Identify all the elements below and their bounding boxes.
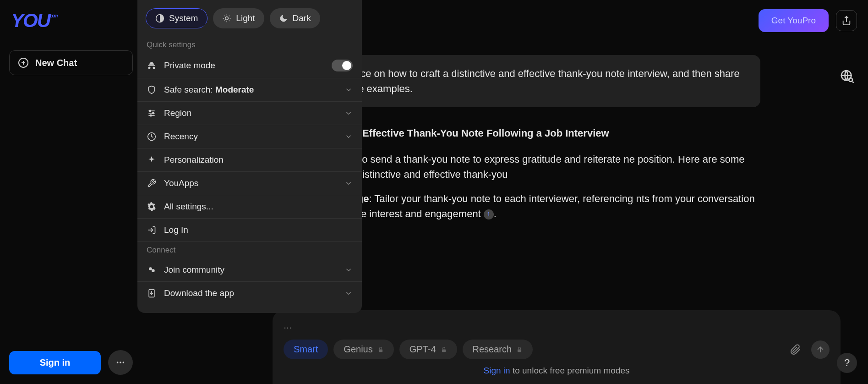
plus-circle-icon xyxy=(18,57,29,68)
send-button[interactable] xyxy=(811,340,830,359)
mode-gpt4-label: GPT-4 xyxy=(409,344,436,355)
more-horizontal-icon xyxy=(115,357,126,368)
personalization-item[interactable]: Personalization xyxy=(137,148,362,172)
list-item: e Your Message: Tailor your thank-you no… xyxy=(293,191,760,221)
svg-line-11 xyxy=(224,16,224,16)
svg-point-21 xyxy=(153,112,154,114)
system-icon xyxy=(155,14,164,23)
svg-point-20 xyxy=(149,110,151,111)
svg-line-12 xyxy=(229,21,229,21)
tip-period: . xyxy=(494,208,497,219)
unlock-text: to unlock free premium modes xyxy=(510,366,630,375)
unlock-row: Sign in to unlock free premium modes xyxy=(284,366,830,376)
new-chat-label: New Chat xyxy=(35,58,77,68)
youapps-label: YouApps xyxy=(164,178,337,188)
region-item[interactable]: Region xyxy=(137,102,362,125)
new-chat-button[interactable]: New Chat xyxy=(9,50,133,75)
login-item[interactable]: Log In xyxy=(137,219,362,242)
mode-gpt4[interactable]: GPT-4 xyxy=(399,340,457,359)
mode-genius-label: Genius xyxy=(344,344,372,355)
lock-icon xyxy=(377,346,384,353)
svg-rect-31 xyxy=(518,349,521,352)
mode-row: Smart Genius GPT-4 Research xyxy=(284,340,830,359)
join-community-item[interactable]: Join community xyxy=(137,258,362,282)
theme-light-label: Light xyxy=(236,13,255,23)
chevron-down-icon xyxy=(344,266,353,274)
attachment-button[interactable] xyxy=(786,340,805,359)
lock-icon xyxy=(441,346,447,353)
logo[interactable]: YOU.com xyxy=(11,10,57,32)
chevron-down-icon xyxy=(344,109,353,117)
region-label: Region xyxy=(164,108,337,118)
mode-research[interactable]: Research xyxy=(463,340,533,359)
svg-point-22 xyxy=(150,115,152,116)
all-settings-item[interactable]: All settings... xyxy=(137,195,362,219)
header: YOU.com Get YouPro xyxy=(0,0,868,41)
svg-point-25 xyxy=(149,267,152,270)
share-button[interactable] xyxy=(836,10,857,31)
svg-point-6 xyxy=(123,362,125,363)
personalization-label: Personalization xyxy=(164,155,353,165)
sidebar-bottom: Sign in xyxy=(9,350,133,375)
theme-dark-button[interactable]: Dark xyxy=(270,8,320,28)
citation-badge[interactable]: 1 xyxy=(484,209,494,219)
logo-suffix: .com xyxy=(50,13,57,18)
mode-research-label: Research xyxy=(473,344,512,355)
chevron-down-icon xyxy=(344,132,353,141)
download-icon xyxy=(147,289,157,298)
theme-system-button[interactable]: System xyxy=(146,8,207,28)
recency-item[interactable]: Recency xyxy=(137,125,362,148)
private-mode-label: Private mode xyxy=(164,60,324,71)
paperclip-icon xyxy=(790,344,801,355)
community-icon xyxy=(147,265,157,274)
chevron-down-icon xyxy=(344,179,353,187)
unlock-signin-link[interactable]: Sign in xyxy=(484,366,510,375)
message-input[interactable]: ... xyxy=(284,319,830,331)
sidebar: New Chat Sign in xyxy=(0,41,142,384)
quick-settings-label: Quick settings xyxy=(137,37,362,53)
chevron-down-icon xyxy=(344,86,353,94)
signin-button[interactable]: Sign in xyxy=(9,351,101,374)
theme-dark-label: Dark xyxy=(293,13,311,23)
header-right: Get YouPro xyxy=(759,9,857,32)
download-app-label: Download the app xyxy=(164,288,337,298)
shield-icon xyxy=(147,85,157,94)
svg-line-15 xyxy=(224,21,224,21)
svg-point-26 xyxy=(152,269,155,272)
download-app-item[interactable]: Download the app xyxy=(137,282,362,305)
sparkles-icon xyxy=(147,155,157,165)
theme-light-button[interactable]: Light xyxy=(213,8,264,28)
svg-point-8 xyxy=(225,17,229,20)
connect-label: Connect xyxy=(137,242,362,258)
tools-icon xyxy=(147,179,157,188)
gear-icon xyxy=(147,202,157,211)
mode-smart[interactable]: Smart xyxy=(284,340,328,359)
sliders-icon xyxy=(147,109,157,118)
more-button[interactable] xyxy=(108,350,133,375)
get-youpro-button[interactable]: Get YouPro xyxy=(759,9,829,32)
join-community-label: Join community xyxy=(164,265,337,275)
globe-search-button[interactable] xyxy=(840,69,857,86)
help-button[interactable]: ? xyxy=(837,353,857,373)
globe-search-icon xyxy=(840,69,854,83)
chevron-down-icon xyxy=(344,289,353,297)
private-mode-item[interactable]: Private mode xyxy=(137,53,362,78)
safe-search-label: Safe search: Moderate xyxy=(164,85,337,95)
share-icon xyxy=(841,16,852,26)
svg-rect-29 xyxy=(379,349,382,352)
mode-genius[interactable]: Genius xyxy=(333,340,393,359)
theme-selector: System Light Dark xyxy=(137,8,362,37)
arrow-up-icon xyxy=(816,345,825,354)
svg-line-16 xyxy=(229,16,229,16)
all-settings-label: All settings... xyxy=(164,202,353,212)
svg-line-36 xyxy=(852,82,854,83)
login-label: Log In xyxy=(164,225,353,235)
private-mode-toggle[interactable] xyxy=(332,60,353,71)
incognito-icon xyxy=(147,61,157,70)
youapps-item[interactable]: YouApps xyxy=(137,172,362,195)
safe-search-item[interactable]: Safe search: Moderate xyxy=(137,78,362,102)
svg-rect-30 xyxy=(442,349,445,352)
theme-system-label: System xyxy=(169,13,198,23)
clock-icon xyxy=(147,132,157,141)
logo-text: YOU xyxy=(11,10,50,31)
